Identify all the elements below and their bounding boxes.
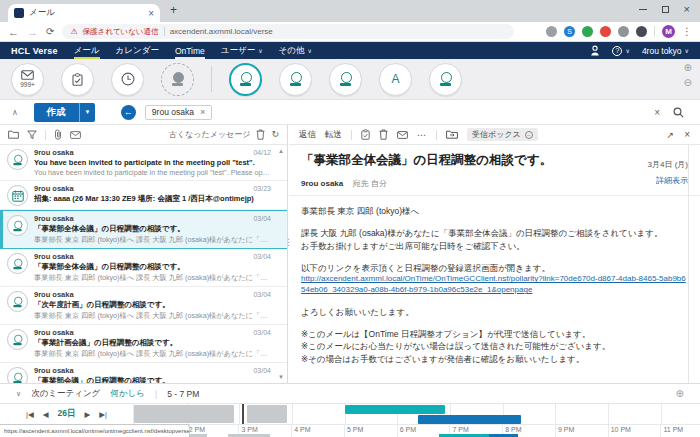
person-icon <box>13 296 23 307</box>
filter-icon[interactable] <box>27 130 37 140</box>
list-item[interactable]: 9rou osaka03/04「事業部全体会議」の日程調整の相談です。事業部長 … <box>0 249 287 287</box>
extension-5-icon[interactable] <box>618 26 629 37</box>
attachment-filter-icon[interactable] <box>54 129 62 140</box>
unread-filter-icon[interactable] <box>70 131 81 139</box>
avatar-person[interactable] <box>429 63 462 96</box>
current-time-indicator[interactable] <box>242 404 244 424</box>
sender-avatar <box>7 367 28 383</box>
pane-splitter-handle[interactable]: ⋮ <box>284 237 293 247</box>
avatar-person[interactable] <box>279 63 312 96</box>
more-actions-icon[interactable]: ⋯ <box>417 130 427 140</box>
exit-search-button[interactable]: ← <box>121 105 136 120</box>
list-item[interactable]: 9rou osaka03/04「事業部会議」の日程調整の相談です。事業部長 東京… <box>0 363 287 383</box>
tab-more[interactable]: その他∨ <box>279 42 312 59</box>
forward-button[interactable]: 転送 <box>325 129 342 141</box>
list-item[interactable]: 9rou osaka03/04「次年度計画」の日程調整の相談です。事業部長 東京… <box>0 287 287 325</box>
busy-time-block[interactable] <box>134 405 234 423</box>
next-day-icon[interactable]: ▶ <box>84 410 90 419</box>
scroll-down-icon[interactable]: ▼ <box>278 374 284 380</box>
meeting-subject-link[interactable]: 何かしら <box>110 388 145 400</box>
busy-time-block[interactable] <box>418 415 521 424</box>
window-close-icon[interactable]: × <box>684 4 690 15</box>
window-minimize-icon[interactable] <box>639 9 647 10</box>
scroll-up-icon[interactable]: ▲ <box>278 148 284 154</box>
collapse-timeline-icon[interactable]: ∨ <box>16 390 21 398</box>
add-important-contact-button[interactable] <box>161 63 194 96</box>
tab-mail[interactable]: メール <box>74 42 100 59</box>
prev-day-icon[interactable]: ◀ <box>43 410 49 419</box>
extension-3-icon[interactable] <box>582 26 593 37</box>
extension-4-icon[interactable] <box>600 26 611 37</box>
first-day-icon[interactable]: |◀ <box>26 410 34 419</box>
reading-pane: 返信 転送 ⋯ 受信ボックス − ↗ × 「事業部全体会議」の日程調整の相談です… <box>289 125 700 383</box>
extension-2-icon[interactable]: S <box>564 26 575 37</box>
reply-button[interactable]: 返信 <box>299 129 316 141</box>
browser-tab[interactable]: メール × <box>8 4 160 22</box>
recent-shortcut[interactable] <box>111 63 144 96</box>
folder-icon[interactable] <box>8 130 19 139</box>
busy-time-block[interactable] <box>345 405 445 414</box>
browser-reload-icon[interactable]: ⟳ <box>46 26 54 37</box>
remove-folder-icon[interactable]: − <box>525 131 533 139</box>
tasks-shortcut[interactable] <box>61 63 94 96</box>
new-tab-button[interactable]: + <box>170 3 177 17</box>
search-filter-chip[interactable]: 9rou osaka × <box>145 105 212 120</box>
browser-profile-avatar[interactable]: M <box>662 25 675 38</box>
search-icon[interactable] <box>673 107 684 118</box>
help-menu[interactable]: ? ∨ <box>612 46 629 56</box>
busy-time-block[interactable] <box>247 405 286 423</box>
expand-icon[interactable]: ↗ <box>667 130 675 140</box>
browser-forward-icon[interactable]: → <box>27 26 38 38</box>
user-menu[interactable]: 4rou tokyo ∨ <box>642 46 689 56</box>
tab-ontime[interactable]: OnTime <box>175 42 205 59</box>
avatar-person[interactable] <box>329 63 362 96</box>
person-icon <box>13 258 23 269</box>
chip-close-icon[interactable]: × <box>200 107 205 117</box>
compose-dropdown-icon[interactable]: ▼ <box>79 103 95 122</box>
clear-search-icon[interactable]: × <box>654 107 660 118</box>
body-text: 以下のリンクを表示頂くと日程調整の登録選択画面が開きます。 <box>301 262 688 274</box>
last-day-icon[interactable]: ▶| <box>99 410 107 419</box>
browser-back-icon[interactable]: ← <box>8 26 19 38</box>
close-message-icon[interactable]: × <box>684 129 690 140</box>
zoom-out-icon[interactable]: ⊖ <box>684 78 692 88</box>
folder-chip[interactable]: 受信ボックス − <box>467 128 538 141</box>
timeline-options-icon[interactable]: ⊕ <box>676 388 684 399</box>
url-field[interactable]: ⚠ 保護されていない通信 axcendent.axmml.local/verse <box>62 24 514 39</box>
poll-link[interactable]: http://axcendent.axmml.local/OnTime/OnTi… <box>301 274 688 296</box>
inbox-shortcut[interactable]: 999+ <box>11 63 44 96</box>
timeline-date[interactable]: 26日 <box>58 408 76 420</box>
delete-icon[interactable] <box>379 129 388 140</box>
extension-1-icon[interactable] <box>546 26 557 37</box>
mark-done-icon[interactable] <box>361 129 370 140</box>
trash-icon[interactable] <box>256 129 265 140</box>
extension-icons: S <box>546 26 647 37</box>
timeline-grid[interactable] <box>133 404 700 424</box>
old-messages-label[interactable]: 古くなったメッセージ <box>169 129 251 140</box>
move-to-folder-icon[interactable] <box>446 130 458 139</box>
message-sender[interactable]: 9rou osaka <box>301 179 343 188</box>
collapse-bar-icon[interactable]: ∧ <box>12 108 18 117</box>
security-warning-icon[interactable]: ⚠ <box>70 28 77 36</box>
zoom-in-icon[interactable]: ⊕ <box>684 63 692 73</box>
details-link[interactable]: 詳細表示 <box>648 175 688 186</box>
tab-users[interactable]: ユーザー∨ <box>221 42 263 59</box>
person-icon <box>289 72 302 86</box>
avatar-person[interactable] <box>229 63 262 96</box>
list-item[interactable]: 9rou osaka03/23招集: aaaa (26 Mar 13:30 ZE… <box>0 181 287 210</box>
refresh-icon[interactable]: ↻ <box>271 130 279 139</box>
tab-close-icon[interactable]: × <box>148 8 154 19</box>
tab-calendar[interactable]: カレンダー <box>116 42 159 59</box>
list-item[interactable]: 9rou osaka04/12You have been invited to … <box>0 145 287 181</box>
busytime-icon[interactable] <box>590 45 600 56</box>
list-item[interactable]: 9rou osaka03/04「事業部全体会議」の日程調整の相談です。事業部長 … <box>0 210 287 249</box>
brand-logo[interactable]: HCL Verse <box>11 46 58 56</box>
extension-6-icon[interactable] <box>636 26 647 37</box>
mark-unread-icon[interactable] <box>397 131 408 139</box>
list-item[interactable]: 9rou osaka03/04「事業計画会議」の日程調整の相談です。事業部長 東… <box>0 325 287 363</box>
reading-scrollbar[interactable] <box>688 145 689 383</box>
avatar-letter[interactable]: A <box>379 63 412 96</box>
compose-button[interactable]: 作成 <box>34 103 79 122</box>
browser-menu-icon[interactable]: ⋮ <box>682 26 692 37</box>
window-maximize-icon[interactable] <box>662 6 669 13</box>
